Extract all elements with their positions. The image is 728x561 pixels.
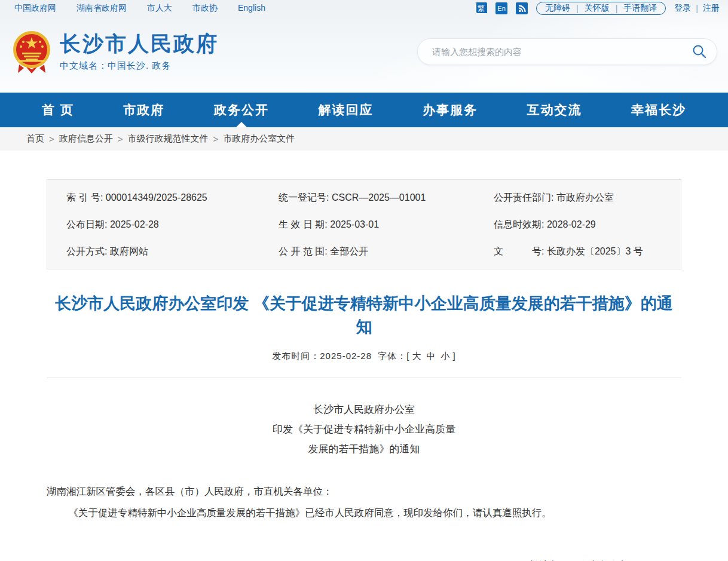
- care-version-link[interactable]: 关怀版: [585, 3, 610, 14]
- meta-value: 2025-03-01: [330, 219, 379, 229]
- main-navigation: 首 页 市政府 政务公开 解读回应 办事服务 互动交流 幸福长沙: [0, 93, 728, 127]
- font-size-label: 字体：: [378, 351, 406, 361]
- search-box: [417, 38, 717, 65]
- meta-registration-number: 统一登记号: CSCR—2025—01001: [279, 192, 494, 204]
- meta-label: 文 号:: [494, 246, 544, 256]
- accessibility-pill: 无障碍 | 关怀版 | 手语翻译: [536, 2, 666, 15]
- link-hunan-gov[interactable]: 湖南省政府网: [77, 3, 127, 14]
- meta-index-number: 索 引 号: 000014349/2025-28625: [66, 192, 279, 204]
- nav-label: 幸福长沙: [631, 102, 686, 118]
- nav-item-services[interactable]: 办事服务: [423, 93, 478, 127]
- meta-label: 公布日期:: [66, 219, 107, 229]
- meta-value: 长政办发〔2025〕3 号: [547, 246, 643, 256]
- bracket-open: [: [406, 351, 409, 361]
- nav-item-gov-disclosure[interactable]: 政务公开: [214, 93, 269, 127]
- site-subtitle: 中文域名：中国长沙. 政务: [60, 60, 219, 72]
- register-link[interactable]: 注册: [703, 3, 720, 14]
- national-emblem-icon: [12, 30, 51, 74]
- site-header-region: 中国政府网 湖南省政府网 市人大 市政协 English 繁 En 无障碍 | …: [0, 0, 728, 93]
- search-button[interactable]: [691, 44, 708, 60]
- nav-label: 互动交流: [527, 102, 582, 118]
- site-identity: 长沙市人民政府 中文域名：中国长沙. 政务: [60, 32, 219, 72]
- signature-office: 长沙市人民政府办公室: [529, 554, 628, 561]
- body-paragraph: 《关于促进专精特新中小企业高质量发展的若干措施》已经市人民政府同意，现印发给你们…: [47, 502, 681, 523]
- breadcrumb-normative-docs[interactable]: 市级行政规范性文件: [128, 133, 209, 145]
- pill-separator: |: [576, 4, 579, 13]
- nav-item-home[interactable]: 首 页: [42, 93, 74, 127]
- meta-value: CSCR—2025—01001: [332, 192, 426, 203]
- accessibility-link[interactable]: 无障碍: [545, 3, 570, 14]
- meta-label: 公开方式:: [66, 246, 107, 256]
- utility-tools: 繁 En 无障碍 | 关怀版 | 手语翻译 登录 | 注册: [475, 2, 720, 15]
- nav-item-happy-changsha[interactable]: 幸福长沙: [631, 93, 686, 127]
- meta-effective-date: 生 效 日 期: 2025-03-01: [279, 219, 494, 231]
- publish-time-label: 发布时间：: [272, 351, 320, 361]
- link-english[interactable]: English: [238, 3, 265, 14]
- meta-label: 统一登记号:: [279, 192, 329, 203]
- meta-disclosure-scope: 公 开 范 围: 全部公开: [279, 246, 494, 258]
- meta-validity-period: 信息时效期: 2028-02-29: [494, 219, 681, 231]
- breadcrumb-separator: >: [213, 134, 219, 144]
- document-heading-line: 长沙市人民政府办公室: [47, 400, 681, 419]
- link-china-gov[interactable]: 中国政府网: [14, 3, 56, 14]
- meta-label: 公 开 范 围:: [279, 246, 328, 256]
- breadcrumb: 首页 > 政府信息公开 > 市级行政规范性文件 > 市政府办公室文件: [0, 127, 728, 151]
- meta-value: 000014349/2025-28625: [106, 192, 207, 203]
- english-lang-icon[interactable]: En: [495, 2, 507, 14]
- meta-label: 公开责任部门:: [494, 192, 553, 203]
- meta-value: 2028-02-29: [547, 219, 596, 229]
- nav-item-interaction[interactable]: 互动交流: [527, 93, 582, 127]
- login-link[interactable]: 登录: [674, 3, 691, 14]
- meta-value: 2025-02-28: [110, 219, 159, 229]
- breadcrumb-info-disclosure[interactable]: 政府信息公开: [59, 133, 113, 145]
- document-meta-grid: 索 引 号: 000014349/2025-28625 统一登记号: CSCR—…: [66, 192, 681, 258]
- breadcrumb-separator: >: [49, 134, 54, 144]
- pill-separator: |: [616, 4, 618, 13]
- meta-label: 信息时效期:: [494, 219, 544, 229]
- link-city-npc[interactable]: 市人大: [147, 3, 172, 14]
- breadcrumb-separator: >: [118, 134, 123, 144]
- article: 长沙市人民政府办公室印发 《关于促进专精特新中小企业高质量发展的若干措施》的通知…: [47, 292, 681, 523]
- breadcrumb-office-docs[interactable]: 市政府办公室文件: [223, 133, 295, 145]
- sign-language-link[interactable]: 手语翻译: [623, 3, 657, 14]
- site-header: 长沙市人民政府 中文域名：中国长沙. 政务: [0, 17, 728, 93]
- meta-publish-date: 公布日期: 2025-02-28: [66, 219, 279, 231]
- font-size-medium[interactable]: 中: [427, 351, 436, 361]
- publish-info-row: 发布时间：2025-02-28 字体：[大中小]: [47, 351, 681, 362]
- document-heading-line: 印发《关于促进专精特新中小企业高质量: [47, 419, 681, 439]
- link-city-cppcc[interactable]: 市政协: [192, 3, 218, 14]
- auth-links: 登录 | 注册: [674, 3, 720, 14]
- document-body: 湖南湘江新区管委会，各区县（市）人民政府，市直机关各单位： 《关于促进专精特新中…: [47, 480, 681, 523]
- document-heading-line: 发展的若干措施》的通知: [47, 439, 681, 459]
- meta-value: 全部公开: [330, 246, 368, 256]
- signature-block: 长沙市人民政府办公室 2025年2月22日: [529, 554, 628, 561]
- search-icon: [692, 44, 707, 59]
- font-size-large[interactable]: 大: [412, 351, 422, 361]
- breadcrumb-home[interactable]: 首页: [26, 133, 44, 145]
- auth-separator: |: [696, 4, 698, 13]
- meta-value: 政府网站: [110, 246, 148, 256]
- site-logo[interactable]: 长沙市人民政府 中文域名：中国长沙. 政务: [12, 30, 219, 74]
- nav-item-city-gov[interactable]: 市政府: [123, 93, 164, 127]
- nav-label: 首 页: [42, 102, 74, 118]
- document-meta-box: 索 引 号: 000014349/2025-28625 统一登记号: CSCR—…: [47, 179, 681, 269]
- traditional-chinese-icon[interactable]: 繁: [475, 2, 487, 14]
- title-divider: [47, 378, 681, 378]
- rss-icon[interactable]: [516, 2, 528, 14]
- font-size-small[interactable]: 小: [441, 351, 451, 361]
- meta-responsible-dept: 公开责任部门: 市政府办公室: [494, 192, 681, 204]
- meta-document-number: 文 号: 长政办发〔2025〕3 号: [494, 246, 681, 258]
- nav-label: 政务公开: [214, 102, 269, 118]
- meta-value: 市政府办公室: [556, 192, 614, 203]
- search-input[interactable]: [417, 38, 717, 65]
- active-indicator: [236, 122, 247, 127]
- nav-label: 市政府: [123, 102, 164, 118]
- nav-label: 办事服务: [423, 102, 478, 118]
- site-title: 长沙市人民政府: [60, 32, 219, 56]
- meta-label: 索 引 号:: [66, 192, 103, 203]
- bracket-close: ]: [453, 351, 456, 361]
- nav-item-interpretation[interactable]: 解读回应: [318, 93, 373, 127]
- meta-disclosure-method: 公开方式: 政府网站: [66, 246, 279, 258]
- utility-bar: 中国政府网 湖南省政府网 市人大 市政协 English 繁 En 无障碍 | …: [0, 0, 728, 17]
- meta-label: 生 效 日 期:: [279, 219, 328, 229]
